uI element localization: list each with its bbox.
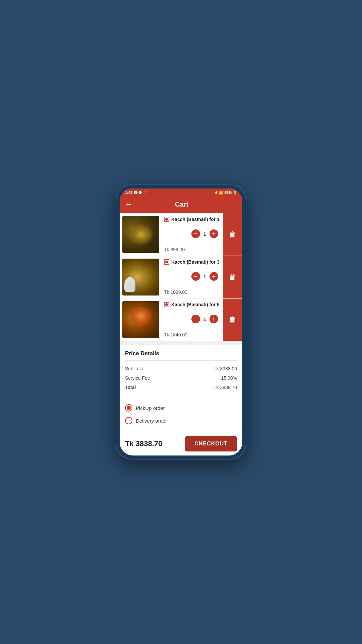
item-price-1: Tk 399.00 xyxy=(164,247,221,252)
delete-item-1[interactable]: 🗑 xyxy=(223,213,242,256)
battery-label: 48% xyxy=(224,191,232,195)
status-right: ✱ 📶 48% 🔋 xyxy=(215,191,237,195)
app-header: ← Cart xyxy=(120,197,242,213)
page-title: Cart xyxy=(136,201,227,208)
veg-icon-3 xyxy=(164,302,169,307)
total-label: Total xyxy=(125,385,136,390)
item-name-1: Kacchi(Basmati) for 1 xyxy=(171,217,220,222)
quantity-row-3: − 1 + xyxy=(164,315,218,323)
price-details-title: Price Details xyxy=(125,350,237,361)
table-row: Kacchi(Basmati) for 3 − 1 + Tk 1099.00 🗑 xyxy=(120,256,242,299)
item-title-row-2: Kacchi(Basmati) for 3 xyxy=(164,259,221,265)
trash-icon-3: 🗑 xyxy=(229,315,236,324)
table-row: Kacchi(Basmati) for 1 − 1 + Tk 399.00 🗑 xyxy=(120,213,242,256)
total-value: Tk 3838.70 xyxy=(214,385,237,390)
pickup-radio[interactable] xyxy=(125,404,132,412)
item-price-3: Tk 1840.00 xyxy=(164,332,221,337)
increase-qty-1[interactable]: + xyxy=(209,229,218,238)
checkout-button[interactable]: CHECKOUT xyxy=(185,436,237,451)
wifi-icon: 📶 xyxy=(219,191,223,195)
qty-display-2: 1 xyxy=(203,274,207,279)
veg-dot-3 xyxy=(165,303,168,306)
veg-icon-2 xyxy=(164,259,169,265)
increase-qty-3[interactable]: + xyxy=(209,315,218,323)
trash-icon-1: 🗑 xyxy=(229,230,236,239)
pickup-label: PickUp order xyxy=(136,405,165,411)
back-button[interactable]: ← xyxy=(125,200,132,209)
item-price-2: Tk 1099.00 xyxy=(164,289,221,295)
delivery-radio[interactable] xyxy=(125,417,132,424)
total-row: Total Tk 3838.70 xyxy=(125,383,237,392)
pickup-option[interactable]: PickUp order xyxy=(125,401,237,414)
time-label: 1:43 xyxy=(125,191,132,195)
item-info-3: Kacchi(Basmati) for 5 − 1 + Tk 1840.00 xyxy=(162,299,223,341)
qty-display-1: 1 xyxy=(203,231,207,237)
item-image-2 xyxy=(122,259,159,296)
item-info-2: Kacchi(Basmati) for 3 − 1 + Tk 1099.00 xyxy=(162,256,223,298)
quantity-row-1: − 1 + xyxy=(164,229,218,238)
veg-dot-1 xyxy=(165,218,168,221)
status-left: 1:43 🖼 💬 📍 xyxy=(125,191,147,195)
phone-screen: 1:43 🖼 💬 📍 ✱ 📶 48% 🔋 ← Cart xyxy=(120,189,242,455)
pickup-radio-inner xyxy=(127,406,131,410)
subtotal-value: Tk 3338.00 xyxy=(214,366,237,371)
notification-icons: 🖼 💬 📍 xyxy=(134,191,147,195)
delivery-label: Delivery order xyxy=(136,418,167,424)
bottom-total-amount: Tk 3838.70 xyxy=(125,439,162,448)
table-row: Kacchi(Basmati) for 5 − 1 + Tk 1840.00 🗑 xyxy=(120,299,242,341)
trash-icon-2: 🗑 xyxy=(229,273,236,281)
qty-display-3: 1 xyxy=(203,316,207,322)
order-options-section: PickUp order Delivery order xyxy=(120,397,242,431)
item-name-2: Kacchi(Basmati) for 3 xyxy=(171,259,220,265)
veg-icon-1 xyxy=(164,217,169,222)
item-name-3: Kacchi(Basmati) for 5 xyxy=(171,302,220,307)
bottom-bar: Tk 3838.70 CHECKOUT xyxy=(120,431,242,455)
decrease-qty-1[interactable]: − xyxy=(191,229,200,238)
subtotal-row: Sub Total Tk 3338.00 xyxy=(125,364,237,373)
service-fee-label: Service Fee xyxy=(125,375,150,381)
delete-item-3[interactable]: 🗑 xyxy=(223,299,242,341)
phone-frame: 1:43 🖼 💬 📍 ✱ 📶 48% 🔋 ← Cart xyxy=(116,184,246,460)
item-info-1: Kacchi(Basmati) for 1 − 1 + Tk 399.00 xyxy=(162,213,223,256)
quantity-row-2: − 1 + xyxy=(164,272,218,281)
veg-dot-2 xyxy=(165,261,168,263)
decrease-qty-2[interactable]: − xyxy=(191,272,200,281)
item-title-row-3: Kacchi(Basmati) for 5 xyxy=(164,302,221,307)
delete-item-2[interactable]: 🗑 xyxy=(223,256,242,298)
item-image-3 xyxy=(122,301,159,338)
battery-icon: 🔋 xyxy=(233,191,237,195)
service-fee-value: 15.00% xyxy=(221,375,237,381)
delivery-option[interactable]: Delivery order xyxy=(125,414,237,427)
price-details-section: Price Details Sub Total Tk 3338.00 Servi… xyxy=(120,345,242,397)
item-image-1 xyxy=(122,216,159,253)
increase-qty-2[interactable]: + xyxy=(209,272,218,281)
main-content: Kacchi(Basmati) for 1 − 1 + Tk 399.00 🗑 xyxy=(120,213,242,455)
status-bar: 1:43 🖼 💬 📍 ✱ 📶 48% 🔋 xyxy=(120,189,242,197)
item-title-row-1: Kacchi(Basmati) for 1 xyxy=(164,217,221,222)
subtotal-label: Sub Total xyxy=(125,366,144,371)
cart-items-list: Kacchi(Basmati) for 1 − 1 + Tk 399.00 🗑 xyxy=(120,213,242,341)
bluetooth-icon: ✱ xyxy=(215,191,218,195)
decrease-qty-3[interactable]: − xyxy=(191,315,200,323)
service-fee-row: Service Fee 15.00% xyxy=(125,373,237,383)
